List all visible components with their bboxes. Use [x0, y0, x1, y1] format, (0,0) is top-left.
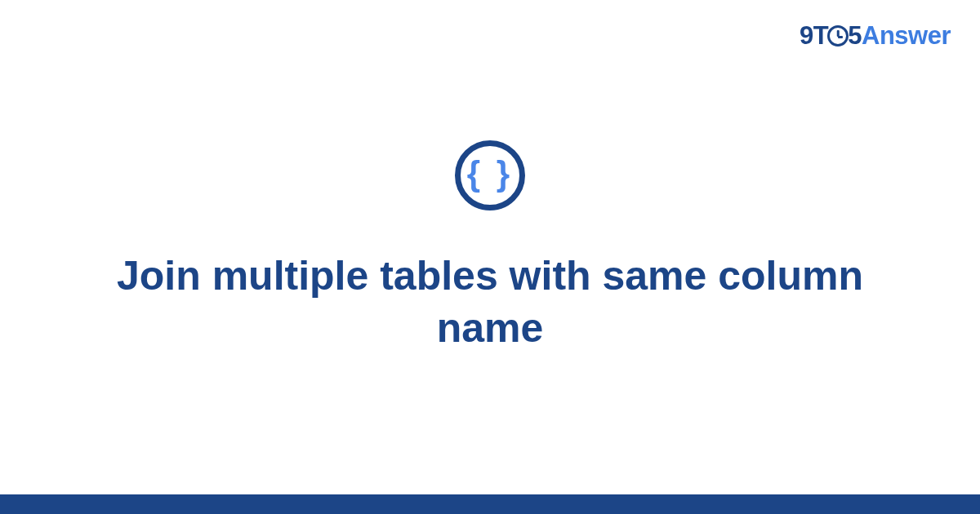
main-content: { } Join multiple tables with same colum…	[0, 0, 980, 494]
footer-bar	[0, 494, 980, 514]
page-title: Join multiple tables with same column na…	[98, 250, 882, 354]
code-braces-icon: { }	[455, 140, 525, 210]
braces-glyph: { }	[467, 157, 513, 191]
